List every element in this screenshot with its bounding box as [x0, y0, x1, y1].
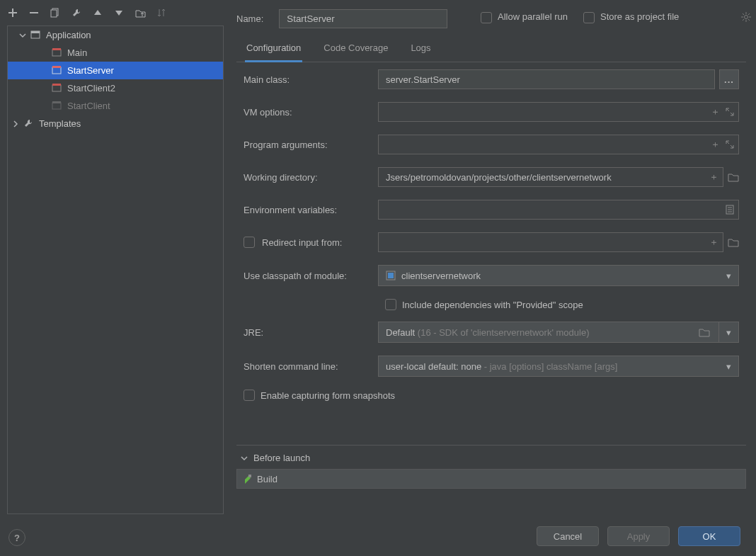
allow-parallel-checkbox[interactable]: Allow parallel run	[481, 11, 568, 23]
name-label: Name:	[236, 13, 263, 24]
folder-icon[interactable]	[134, 7, 146, 18]
working-dir-field[interactable]: ＋	[378, 167, 723, 187]
tree-item-main[interactable]: Main	[8, 44, 223, 62]
apply-button[interactable]: Apply	[607, 526, 670, 546]
vm-options-field[interactable]: ＋	[378, 102, 739, 122]
tree-item-startclient2[interactable]: StartClient2	[8, 79, 223, 97]
main-class-browse-button[interactable]: ...	[719, 69, 739, 89]
env-vars-label: Environment variables:	[244, 205, 378, 215]
remove-icon[interactable]	[28, 7, 40, 18]
ok-button[interactable]: OK	[678, 526, 740, 546]
tab-code-coverage[interactable]: Code Coverage	[322, 37, 389, 62]
run-config-icon	[52, 47, 63, 59]
expand-icon[interactable]	[726, 140, 734, 149]
run-config-icon	[52, 101, 63, 112]
plus-icon[interactable]: ＋	[709, 236, 718, 249]
list-icon[interactable]	[726, 205, 734, 215]
tabs: Configuration Code Coverage Logs	[236, 37, 746, 62]
separator	[236, 445, 746, 446]
plus-icon[interactable]: ＋	[709, 171, 718, 183]
shorten-select[interactable]: user-local default: none - java [options…	[378, 356, 739, 377]
tree-item-startserver[interactable]: StartServer	[8, 62, 223, 79]
svg-rect-16	[248, 475, 251, 477]
tree-root-label: Templates	[39, 118, 81, 129]
svg-point-12	[745, 16, 748, 19]
tree-root-label: Application	[46, 30, 91, 40]
before-launch-header[interactable]: Before launch	[236, 453, 746, 463]
tree-item-label: StartServer	[67, 65, 114, 76]
tree-item-label: Main	[67, 47, 87, 58]
plus-icon[interactable]: ＋	[711, 138, 720, 151]
application-icon	[30, 30, 42, 41]
main-class-label: Main class:	[244, 74, 378, 85]
chevron-down-icon: ▾	[718, 322, 731, 342]
copy-icon[interactable]	[50, 7, 61, 18]
wrench-icon	[23, 118, 35, 130]
svg-rect-5	[52, 48, 61, 50]
svg-rect-7	[52, 66, 61, 68]
module-icon	[386, 271, 396, 280]
chevron-right-icon	[12, 120, 19, 127]
env-vars-field[interactable]	[378, 200, 739, 220]
folder-open-icon[interactable]	[728, 237, 739, 247]
tab-configuration[interactable]: Configuration	[245, 37, 302, 62]
chevron-down-icon: ▾	[726, 361, 731, 372]
redirect-field[interactable]: ＋	[378, 232, 723, 252]
svg-rect-15	[388, 273, 394, 278]
run-config-icon	[52, 83, 63, 94]
svg-rect-10	[52, 103, 61, 109]
include-provided-checkbox[interactable]: Include dependencies with "Provided" sco…	[385, 299, 583, 310]
svg-rect-8	[52, 85, 61, 91]
add-icon[interactable]	[7, 7, 18, 18]
tree-root-application[interactable]: Application	[8, 26, 223, 44]
before-launch-item[interactable]: Build	[237, 470, 745, 488]
svg-rect-11	[52, 101, 61, 103]
svg-rect-4	[52, 50, 61, 56]
help-button[interactable]: ?	[8, 529, 25, 546]
svg-rect-9	[52, 84, 61, 86]
shorten-label: Shorten command line:	[244, 361, 378, 372]
before-launch-list[interactable]: Build	[236, 469, 746, 489]
working-dir-label: Working directory:	[244, 172, 378, 183]
svg-rect-1	[51, 10, 57, 17]
move-down-icon[interactable]	[113, 7, 125, 18]
classpath-label: Use classpath of module:	[244, 271, 378, 281]
hammer-icon	[243, 474, 253, 484]
chevron-down-icon	[241, 455, 248, 462]
move-up-icon[interactable]	[92, 7, 103, 18]
vm-options-label: VM options:	[244, 107, 378, 118]
sort-icon[interactable]	[156, 7, 167, 18]
svg-rect-6	[52, 67, 61, 74]
tree-item-label: StartClient	[67, 101, 110, 111]
chevron-down-icon: ▾	[726, 271, 731, 281]
tab-logs[interactable]: Logs	[409, 37, 432, 62]
wrench-icon[interactable]	[71, 7, 82, 18]
tree-toolbar	[7, 7, 167, 18]
svg-rect-3	[31, 31, 40, 33]
main-class-field[interactable]	[378, 69, 715, 89]
tree-item-startclient[interactable]: StartClient	[8, 97, 223, 115]
jre-label: JRE:	[244, 327, 378, 338]
program-args-field[interactable]: ＋	[378, 135, 739, 154]
tree-item-label: StartClient2	[67, 83, 115, 93]
expand-icon[interactable]	[726, 108, 734, 116]
program-args-label: Program arguments:	[244, 140, 378, 150]
classpath-select[interactable]: clientservernetwork ▾	[378, 265, 739, 286]
gear-icon[interactable]	[740, 11, 752, 23]
name-input[interactable]	[279, 9, 447, 28]
cancel-button[interactable]: Cancel	[537, 526, 599, 546]
plus-icon[interactable]: ＋	[711, 106, 720, 118]
redirect-checkbox[interactable]	[244, 237, 255, 248]
redirect-label: Redirect input from:	[244, 237, 378, 248]
store-project-checkbox[interactable]: Store as project file	[583, 11, 679, 23]
folder-open-icon[interactable]	[699, 327, 710, 337]
chevron-down-icon	[19, 32, 26, 39]
config-tree[interactable]: Application Main StartServer StartClient…	[7, 25, 224, 514]
run-config-icon	[52, 65, 63, 76]
tree-root-templates[interactable]: Templates	[8, 115, 223, 132]
folder-open-icon[interactable]	[728, 172, 739, 182]
jre-select[interactable]: Default (16 - SDK of 'clientservernetwor…	[378, 322, 739, 343]
enable-snapshots-checkbox[interactable]: Enable capturing form snapshots	[244, 390, 395, 401]
